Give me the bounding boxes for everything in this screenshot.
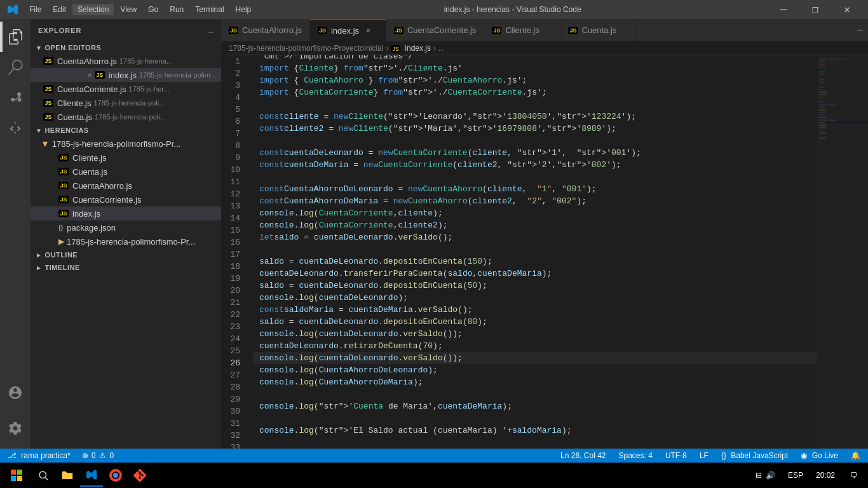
code-line[interactable]: saldo = cuentaDeLeonardo.depositoEnCuent… — [253, 255, 817, 268]
herencias-header[interactable]: ▼ HERENCIAS — [31, 124, 221, 137]
timeline-header[interactable]: ► TIMELINE — [31, 261, 221, 274]
code-content[interactable]: "cmt">/*Importación de clases*/import {C… — [253, 55, 817, 449]
minimize-button[interactable]: — — [769, 0, 798, 19]
code-line[interactable] — [253, 171, 817, 183]
language-status[interactable]: {} Babel JavaScript — [719, 451, 790, 460]
code-line[interactable]: const CuentaAhorroDeLeonardo = new Cuent… — [253, 183, 817, 195]
taskbar-language[interactable]: ESP — [783, 471, 808, 480]
branch-name: rama practica* — [21, 451, 70, 460]
activity-settings[interactable] — [0, 413, 31, 444]
taskbar-chrome[interactable] — [104, 464, 127, 487]
herencias-subfolder[interactable]: ▶ 1785-js-herencia-polimorfismo-Pr... — [31, 234, 221, 248]
position-status[interactable]: Ln 26, Col 42 — [558, 451, 608, 460]
notifications-status[interactable]: 🔔 — [848, 451, 863, 460]
code-line[interactable]: saldo = cuentaDeLeonardo.depositoEnCuent… — [253, 280, 817, 292]
code-line[interactable]: console.log(CuentaCorriente,cliente2); — [253, 219, 817, 231]
taskbar-git[interactable] — [128, 464, 151, 487]
code-line[interactable]: "cmt">/*Importación de clases*/ — [253, 55, 817, 62]
code-line[interactable]: const cliente = new Cliente("str">'Leona… — [253, 111, 817, 123]
menu-edit[interactable]: Edit — [48, 4, 71, 15]
open-file-cliente[interactable]: JS Cliente.js 1785-js-herencia-poli... — [31, 96, 221, 110]
code-line[interactable]: import {CuentaCorriente} from "str">'./C… — [253, 86, 817, 98]
open-file-index[interactable]: ✕ JS index.js 1785-js-herencia-polim... — [31, 68, 221, 82]
go-live-status[interactable]: ◉ Go Live — [798, 451, 841, 460]
tab-cliente[interactable]: JS Cliente.js — [484, 19, 560, 41]
branch-status[interactable]: ⎇ rama practica* — [5, 451, 73, 460]
menu-selection[interactable]: Selection — [72, 4, 114, 15]
taskbar-sys-icons[interactable]: ⊟ 🔊 — [750, 471, 780, 480]
activity-extensions[interactable] — [0, 113, 31, 144]
activity-accounts[interactable] — [0, 377, 31, 408]
code-line[interactable]: saldo = cuentaDeLeonardo.depositoEnCuent… — [253, 316, 817, 328]
code-line[interactable]: console.log(cuentaDeLeonardo); — [253, 292, 817, 304]
code-line[interactable]: const cliente2 = new Cliente("str">'Marí… — [253, 123, 817, 135]
code-line[interactable]: const saldoMaria = cuentaDeMaria.verSald… — [253, 304, 817, 316]
code-line[interactable]: const CuentaAhorroDeMaria = new CuentaAh… — [253, 195, 817, 207]
menu-help[interactable]: Help — [231, 4, 257, 15]
taskbar-notification[interactable]: 🗨 — [843, 464, 865, 487]
herencias-folder[interactable]: ▼ 1785-js-herencia-polimorfismo-Pr... — [31, 137, 221, 151]
activity-source-control[interactable] — [0, 83, 31, 113]
code-line[interactable]: console.log("str">'El Saldo actual (cuen… — [253, 424, 817, 437]
code-line[interactable]: const cuentaDeLeonardo = new CuentaCorri… — [253, 147, 817, 159]
code-line[interactable] — [253, 412, 817, 424]
tab-cuentaahorro[interactable]: JS CuentaAhorro.js — [221, 19, 310, 41]
menu-run[interactable]: Run — [165, 4, 189, 15]
outline-header[interactable]: ► OUTLINE — [31, 248, 221, 261]
sidebar-actions[interactable]: … — [208, 25, 214, 36]
herencias-cuentacorriente[interactable]: JS CuentaCorriente.js — [31, 193, 221, 207]
code-line[interactable]: console.log(CuentaAhorroDeLeonardo); — [253, 364, 817, 376]
activity-search[interactable] — [0, 52, 31, 83]
menu-view[interactable]: View — [115, 4, 142, 15]
restore-button[interactable]: ❒ — [801, 0, 830, 19]
open-editors-header[interactable]: ▼ OPEN EDITORS — [31, 41, 221, 54]
code-line[interactable]: import { CuentaAhorro } from "str">'./Cu… — [253, 74, 817, 86]
taskbar-vscode[interactable] — [80, 464, 103, 487]
line-ending-status[interactable]: LF — [697, 451, 711, 460]
breadcrumb-part2[interactable]: JS index.js — [391, 44, 431, 53]
code-line[interactable]: console.log("str">'Cuenta de Maria',cuen… — [253, 400, 817, 412]
errors-status[interactable]: ⊗ 0 ⚠ 0 — [79, 451, 116, 460]
code-line[interactable]: console.log(cuentaDeLeonardo.verSaldo())… — [253, 352, 817, 364]
open-file-cuenta[interactable]: JS Cuenta.js 1785-js-herencia-poli... — [31, 110, 221, 124]
menu-file[interactable]: File — [24, 4, 46, 15]
open-file-cuentacorriente[interactable]: JS CuentaCorriente.js 1785-js-her... — [31, 82, 221, 96]
code-line[interactable]: const cuentaDeMaria = new CuentaCorrient… — [253, 159, 817, 171]
code-line[interactable]: cuentaDeLeonardo.transferirParaCuenta(sa… — [253, 268, 817, 280]
close-tab-icon[interactable]: ✕ — [365, 27, 371, 35]
taskbar-file-explorer[interactable] — [56, 464, 79, 487]
menu-go[interactable]: Go — [143, 4, 163, 15]
code-line[interactable] — [253, 135, 817, 147]
herencias-cliente[interactable]: JS Cliente.js — [31, 151, 221, 165]
tabs-layout-button[interactable]: ⋯ — [853, 25, 868, 36]
tab-cuenta[interactable]: JS Cuenta.js — [560, 19, 637, 41]
code-line[interactable]: console.log(CuentaAhorroDeMaria); — [253, 376, 817, 388]
code-line[interactable] — [253, 98, 817, 111]
breadcrumb-part3[interactable]: ... — [438, 44, 445, 53]
breadcrumb-part1[interactable]: 1785-js-herencia-polimorfismo-ProyectoIn… — [229, 44, 383, 53]
taskbar-search[interactable] — [32, 464, 55, 487]
code-line[interactable]: cuentaDeLeonardo.retirarDeCuenta(70); — [253, 340, 817, 352]
close-button[interactable]: ✕ — [832, 0, 862, 19]
code-line[interactable]: console.log(CuentaCorriente,cliente); — [253, 207, 817, 219]
code-line[interactable] — [253, 437, 817, 449]
activity-explorer[interactable] — [0, 22, 31, 52]
herencias-package[interactable]: {} package.json — [31, 220, 221, 234]
code-line[interactable] — [253, 243, 817, 255]
herencias-cuenta[interactable]: JS Cuenta.js — [31, 165, 221, 179]
tab-cuentacorriente[interactable]: JS CuentaCorriente.js — [386, 19, 484, 41]
taskbar-clock[interactable]: 20:02 — [811, 471, 840, 480]
open-file-cuentaahorro[interactable]: JS CuentaAhorro.js 1785-js-herena... — [31, 54, 221, 68]
tab-index[interactable]: JS index.js ✕ — [310, 19, 386, 41]
close-icon[interactable]: ✕ — [87, 72, 92, 79]
menu-terminal[interactable]: Terminal — [190, 4, 229, 15]
code-line[interactable]: let saldo = cuentaDeLeonardo.verSaldo(); — [253, 231, 817, 243]
start-button[interactable] — [3, 464, 31, 487]
spaces-status[interactable]: Spaces: 4 — [616, 451, 655, 460]
herencias-cuentaahorro[interactable]: JS CuentaAhorro.js — [31, 179, 221, 193]
herencias-index[interactable]: JS index.js — [31, 207, 221, 220]
code-line[interactable] — [253, 388, 817, 400]
code-line[interactable]: console.log(cuentaDeLeonardo.verSaldo())… — [253, 328, 817, 340]
encoding-status[interactable]: UTF-8 — [663, 451, 689, 460]
code-line[interactable]: import {Cliente} from "str">'./Cliente.j… — [253, 62, 817, 74]
